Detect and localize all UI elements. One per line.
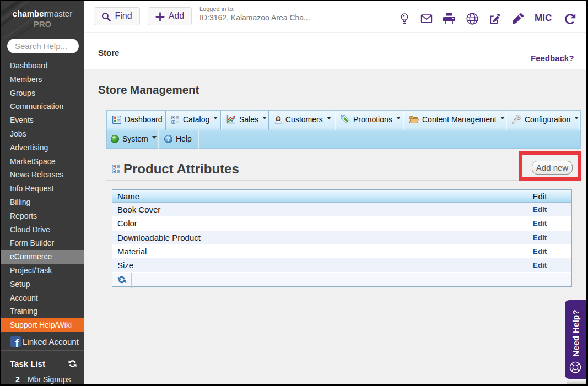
svg-text:?: ? <box>166 136 170 142</box>
